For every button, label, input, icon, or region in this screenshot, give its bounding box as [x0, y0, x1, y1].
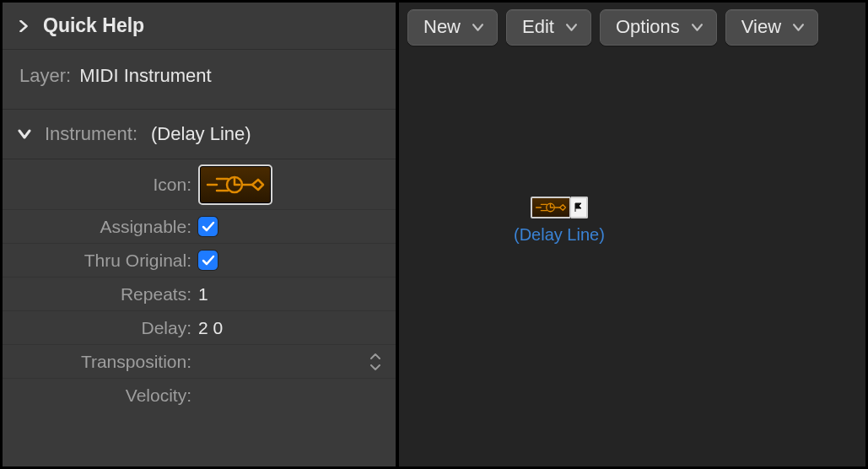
prop-delay[interactable]: Delay: 2 0 — [3, 311, 396, 345]
prop-icon-label: Icon: — [3, 175, 198, 195]
prop-repeats-value[interactable]: 1 — [198, 284, 396, 305]
canvas-toolbar: New Edit Options View — [407, 9, 857, 46]
quick-help-title: Quick Help — [43, 14, 144, 37]
chevron-down-icon — [18, 127, 31, 141]
layer-value: MIDI Instrument — [79, 65, 211, 87]
node-icon-row — [514, 197, 605, 218]
prop-icon: Icon: — [3, 159, 396, 210]
prop-velocity[interactable]: Velocity: — [3, 379, 396, 412]
chevron-down-icon — [566, 22, 577, 33]
options-label: Options — [616, 16, 680, 38]
new-label: New — [423, 16, 461, 38]
chevron-up-icon — [370, 353, 380, 359]
edit-label: Edit — [522, 16, 554, 38]
view-menu-button[interactable]: View — [725, 9, 818, 46]
prop-repeats-label: Repeats: — [3, 284, 198, 305]
instrument-row[interactable]: Instrument: (Delay Line) — [3, 110, 396, 159]
prop-transposition[interactable]: Transposition: — [3, 345, 396, 379]
prop-delay-value[interactable]: 2 0 — [198, 318, 396, 338]
chevron-right-icon — [18, 20, 30, 32]
prop-thru-original: Thru Original: — [3, 244, 396, 278]
properties-list: Icon: — [3, 159, 396, 412]
prop-assignable-label: Assignable: — [3, 217, 198, 237]
prop-delay-label: Delay: — [3, 318, 198, 338]
layer-row[interactable]: Layer: MIDI Instrument — [3, 50, 396, 110]
new-menu-button[interactable]: New — [407, 9, 498, 46]
node-label[interactable]: (Delay Line) — [514, 225, 605, 245]
view-label: View — [741, 16, 781, 38]
thru-original-checkbox[interactable] — [198, 251, 218, 270]
layer-label: Layer: — [19, 65, 71, 87]
icon-picker-button[interactable] — [198, 164, 272, 205]
transposition-stepper[interactable] — [370, 353, 384, 371]
delay-line-icon — [206, 170, 265, 199]
prop-repeats[interactable]: Repeats: 1 — [3, 278, 396, 311]
inspector-panel: Quick Help Layer: MIDI Instrument Instru… — [3, 3, 396, 466]
output-flag-icon — [574, 202, 583, 213]
node-icon[interactable] — [531, 197, 571, 218]
node-output-port[interactable] — [571, 197, 588, 218]
prop-transposition-label: Transposition: — [3, 352, 198, 372]
chevron-down-icon — [692, 22, 703, 33]
instrument-value: (Delay Line) — [151, 123, 251, 145]
instrument-label: Instrument: — [45, 123, 137, 145]
prop-velocity-label: Velocity: — [3, 385, 198, 406]
delay-line-icon — [534, 200, 568, 215]
options-menu-button[interactable]: Options — [600, 9, 717, 46]
prop-assignable: Assignable: — [3, 210, 396, 244]
delay-line-node[interactable]: (Delay Line) — [514, 197, 605, 245]
check-icon — [202, 254, 215, 267]
prop-thru-label: Thru Original: — [3, 251, 198, 271]
edit-menu-button[interactable]: Edit — [506, 9, 591, 46]
assignable-checkbox[interactable] — [198, 217, 218, 236]
prop-icon-value[interactable] — [198, 164, 396, 205]
chevron-down-icon — [793, 22, 804, 33]
check-icon — [202, 220, 215, 234]
app-window: Quick Help Layer: MIDI Instrument Instru… — [0, 0, 868, 469]
chevron-down-icon — [472, 22, 483, 33]
chevron-down-icon — [370, 364, 380, 371]
quick-help-header[interactable]: Quick Help — [3, 3, 396, 50]
environment-canvas[interactable]: New Edit Options View — [396, 3, 865, 466]
